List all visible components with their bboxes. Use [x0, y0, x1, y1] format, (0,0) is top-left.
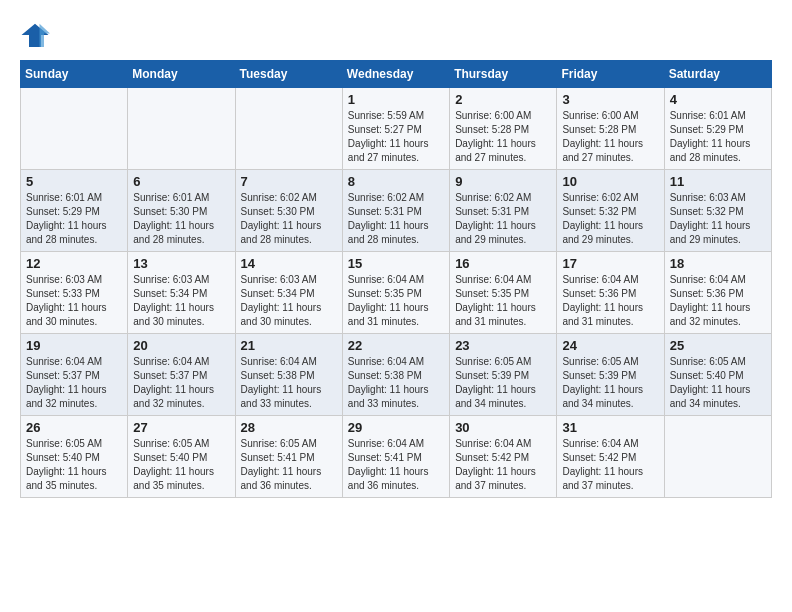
calendar-cell: 22Sunrise: 6:04 AM Sunset: 5:38 PM Dayli… [342, 334, 449, 416]
day-number: 4 [670, 92, 766, 107]
column-header-sunday: Sunday [21, 61, 128, 88]
week-row-3: 12Sunrise: 6:03 AM Sunset: 5:33 PM Dayli… [21, 252, 772, 334]
day-info: Sunrise: 6:01 AM Sunset: 5:30 PM Dayligh… [133, 191, 229, 247]
week-row-2: 5Sunrise: 6:01 AM Sunset: 5:29 PM Daylig… [21, 170, 772, 252]
calendar-cell: 15Sunrise: 6:04 AM Sunset: 5:35 PM Dayli… [342, 252, 449, 334]
day-number: 5 [26, 174, 122, 189]
day-info: Sunrise: 6:03 AM Sunset: 5:33 PM Dayligh… [26, 273, 122, 329]
column-header-monday: Monday [128, 61, 235, 88]
day-info: Sunrise: 5:59 AM Sunset: 5:27 PM Dayligh… [348, 109, 444, 165]
day-info: Sunrise: 6:04 AM Sunset: 5:37 PM Dayligh… [133, 355, 229, 411]
day-info: Sunrise: 6:05 AM Sunset: 5:41 PM Dayligh… [241, 437, 337, 493]
day-number: 3 [562, 92, 658, 107]
day-number: 30 [455, 420, 551, 435]
calendar-cell: 24Sunrise: 6:05 AM Sunset: 5:39 PM Dayli… [557, 334, 664, 416]
calendar-cell: 17Sunrise: 6:04 AM Sunset: 5:36 PM Dayli… [557, 252, 664, 334]
calendar-cell: 30Sunrise: 6:04 AM Sunset: 5:42 PM Dayli… [450, 416, 557, 498]
calendar-header-row: SundayMondayTuesdayWednesdayThursdayFrid… [21, 61, 772, 88]
day-number: 17 [562, 256, 658, 271]
day-number: 16 [455, 256, 551, 271]
day-info: Sunrise: 6:05 AM Sunset: 5:39 PM Dayligh… [455, 355, 551, 411]
day-number: 2 [455, 92, 551, 107]
day-number: 10 [562, 174, 658, 189]
svg-marker-1 [40, 24, 51, 47]
calendar-cell: 29Sunrise: 6:04 AM Sunset: 5:41 PM Dayli… [342, 416, 449, 498]
day-number: 12 [26, 256, 122, 271]
day-number: 25 [670, 338, 766, 353]
calendar-cell [664, 416, 771, 498]
day-number: 24 [562, 338, 658, 353]
calendar-cell: 7Sunrise: 6:02 AM Sunset: 5:30 PM Daylig… [235, 170, 342, 252]
svg-marker-0 [22, 24, 49, 47]
calendar-cell: 6Sunrise: 6:01 AM Sunset: 5:30 PM Daylig… [128, 170, 235, 252]
calendar-cell: 1Sunrise: 5:59 AM Sunset: 5:27 PM Daylig… [342, 88, 449, 170]
calendar-cell: 3Sunrise: 6:00 AM Sunset: 5:28 PM Daylig… [557, 88, 664, 170]
day-number: 27 [133, 420, 229, 435]
calendar-cell: 21Sunrise: 6:04 AM Sunset: 5:38 PM Dayli… [235, 334, 342, 416]
day-number: 23 [455, 338, 551, 353]
day-info: Sunrise: 6:00 AM Sunset: 5:28 PM Dayligh… [455, 109, 551, 165]
day-number: 15 [348, 256, 444, 271]
week-row-5: 26Sunrise: 6:05 AM Sunset: 5:40 PM Dayli… [21, 416, 772, 498]
day-number: 14 [241, 256, 337, 271]
day-info: Sunrise: 6:04 AM Sunset: 5:37 PM Dayligh… [26, 355, 122, 411]
day-number: 18 [670, 256, 766, 271]
calendar-cell: 18Sunrise: 6:04 AM Sunset: 5:36 PM Dayli… [664, 252, 771, 334]
day-info: Sunrise: 6:04 AM Sunset: 5:42 PM Dayligh… [455, 437, 551, 493]
column-header-wednesday: Wednesday [342, 61, 449, 88]
calendar-cell: 13Sunrise: 6:03 AM Sunset: 5:34 PM Dayli… [128, 252, 235, 334]
day-info: Sunrise: 6:00 AM Sunset: 5:28 PM Dayligh… [562, 109, 658, 165]
day-number: 28 [241, 420, 337, 435]
day-info: Sunrise: 6:04 AM Sunset: 5:38 PM Dayligh… [241, 355, 337, 411]
day-info: Sunrise: 6:05 AM Sunset: 5:39 PM Dayligh… [562, 355, 658, 411]
week-row-1: 1Sunrise: 5:59 AM Sunset: 5:27 PM Daylig… [21, 88, 772, 170]
column-header-thursday: Thursday [450, 61, 557, 88]
day-info: Sunrise: 6:04 AM Sunset: 5:38 PM Dayligh… [348, 355, 444, 411]
calendar-cell: 5Sunrise: 6:01 AM Sunset: 5:29 PM Daylig… [21, 170, 128, 252]
calendar-table: SundayMondayTuesdayWednesdayThursdayFrid… [20, 60, 772, 498]
day-info: Sunrise: 6:05 AM Sunset: 5:40 PM Dayligh… [670, 355, 766, 411]
calendar-cell: 19Sunrise: 6:04 AM Sunset: 5:37 PM Dayli… [21, 334, 128, 416]
day-info: Sunrise: 6:04 AM Sunset: 5:41 PM Dayligh… [348, 437, 444, 493]
day-info: Sunrise: 6:02 AM Sunset: 5:31 PM Dayligh… [455, 191, 551, 247]
day-info: Sunrise: 6:04 AM Sunset: 5:36 PM Dayligh… [670, 273, 766, 329]
day-info: Sunrise: 6:01 AM Sunset: 5:29 PM Dayligh… [26, 191, 122, 247]
day-info: Sunrise: 6:04 AM Sunset: 5:35 PM Dayligh… [455, 273, 551, 329]
calendar-cell: 25Sunrise: 6:05 AM Sunset: 5:40 PM Dayli… [664, 334, 771, 416]
calendar-cell: 4Sunrise: 6:01 AM Sunset: 5:29 PM Daylig… [664, 88, 771, 170]
day-number: 22 [348, 338, 444, 353]
calendar-cell: 12Sunrise: 6:03 AM Sunset: 5:33 PM Dayli… [21, 252, 128, 334]
day-number: 29 [348, 420, 444, 435]
week-row-4: 19Sunrise: 6:04 AM Sunset: 5:37 PM Dayli… [21, 334, 772, 416]
column-header-friday: Friday [557, 61, 664, 88]
logo [20, 20, 54, 50]
calendar-cell [128, 88, 235, 170]
day-number: 6 [133, 174, 229, 189]
calendar-cell: 20Sunrise: 6:04 AM Sunset: 5:37 PM Dayli… [128, 334, 235, 416]
day-info: Sunrise: 6:03 AM Sunset: 5:34 PM Dayligh… [241, 273, 337, 329]
day-info: Sunrise: 6:02 AM Sunset: 5:31 PM Dayligh… [348, 191, 444, 247]
day-number: 11 [670, 174, 766, 189]
calendar-body: 1Sunrise: 5:59 AM Sunset: 5:27 PM Daylig… [21, 88, 772, 498]
day-number: 8 [348, 174, 444, 189]
column-header-saturday: Saturday [664, 61, 771, 88]
calendar-cell: 2Sunrise: 6:00 AM Sunset: 5:28 PM Daylig… [450, 88, 557, 170]
day-info: Sunrise: 6:04 AM Sunset: 5:36 PM Dayligh… [562, 273, 658, 329]
day-info: Sunrise: 6:04 AM Sunset: 5:35 PM Dayligh… [348, 273, 444, 329]
calendar-cell: 14Sunrise: 6:03 AM Sunset: 5:34 PM Dayli… [235, 252, 342, 334]
day-info: Sunrise: 6:03 AM Sunset: 5:34 PM Dayligh… [133, 273, 229, 329]
day-info: Sunrise: 6:01 AM Sunset: 5:29 PM Dayligh… [670, 109, 766, 165]
calendar-cell: 23Sunrise: 6:05 AM Sunset: 5:39 PM Dayli… [450, 334, 557, 416]
calendar-cell: 27Sunrise: 6:05 AM Sunset: 5:40 PM Dayli… [128, 416, 235, 498]
day-number: 19 [26, 338, 122, 353]
calendar-cell [235, 88, 342, 170]
day-number: 13 [133, 256, 229, 271]
day-number: 1 [348, 92, 444, 107]
calendar-cell: 31Sunrise: 6:04 AM Sunset: 5:42 PM Dayli… [557, 416, 664, 498]
day-number: 7 [241, 174, 337, 189]
calendar-cell: 28Sunrise: 6:05 AM Sunset: 5:41 PM Dayli… [235, 416, 342, 498]
column-header-tuesday: Tuesday [235, 61, 342, 88]
calendar-cell: 10Sunrise: 6:02 AM Sunset: 5:32 PM Dayli… [557, 170, 664, 252]
day-info: Sunrise: 6:04 AM Sunset: 5:42 PM Dayligh… [562, 437, 658, 493]
day-number: 9 [455, 174, 551, 189]
